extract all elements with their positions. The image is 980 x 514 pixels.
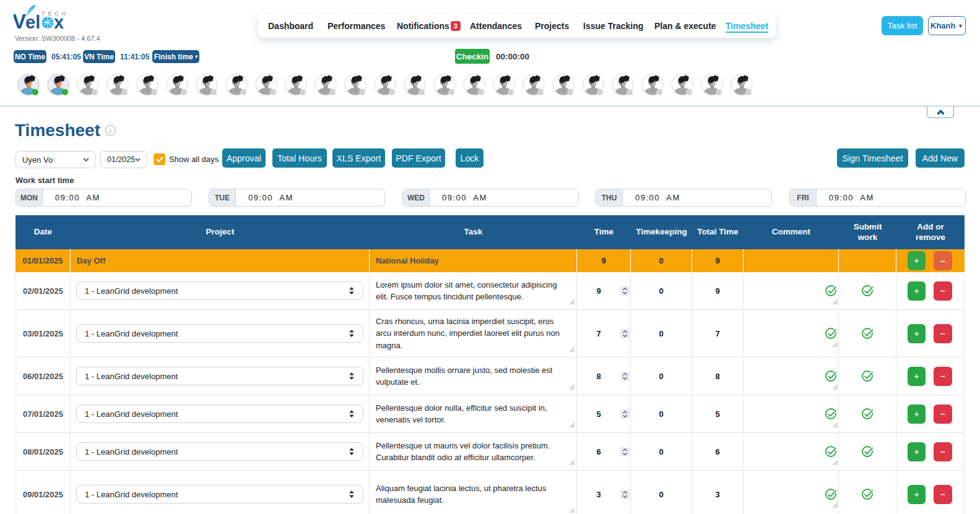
svg-text:el: el xyxy=(25,12,40,32)
svg-text:TECH: TECH xyxy=(41,10,69,17)
svg-text:V: V xyxy=(14,10,26,33)
